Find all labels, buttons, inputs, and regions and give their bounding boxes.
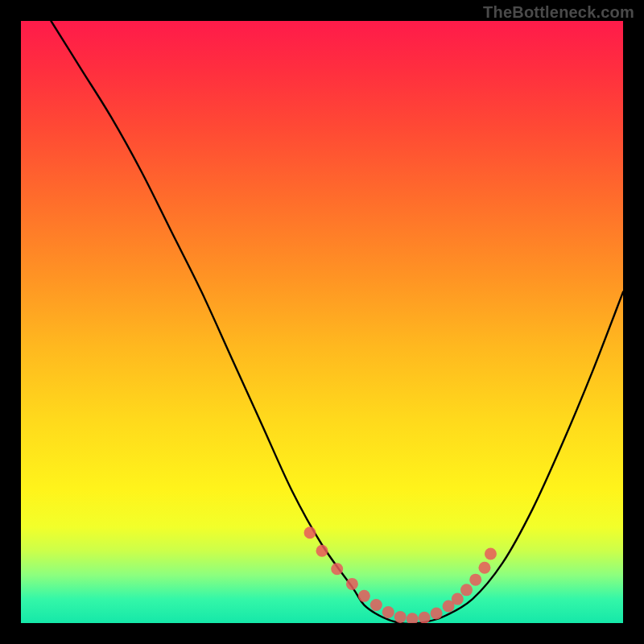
- highlight-dot: [485, 547, 497, 559]
- highlight-dot: [478, 562, 490, 574]
- highlight-dot: [382, 606, 394, 618]
- highlight-dot: [407, 613, 419, 623]
- chart-stage: TheBottleneck.com: [0, 0, 644, 644]
- highlight-dot: [358, 590, 370, 602]
- curve-layer: [21, 21, 623, 623]
- highlight-dot: [370, 599, 382, 611]
- watermark-text: TheBottleneck.com: [483, 3, 634, 22]
- highlight-dot: [419, 612, 431, 623]
- highlight-dot: [431, 608, 443, 620]
- highlight-dot: [469, 574, 481, 586]
- highlight-dots: [304, 526, 497, 623]
- highlight-dot: [331, 563, 343, 575]
- highlight-dot: [460, 584, 473, 596]
- highlight-dot: [316, 545, 328, 557]
- plot-area: [21, 21, 623, 623]
- highlight-dot: [346, 578, 358, 590]
- bottleneck-curve: [51, 21, 623, 623]
- highlight-dot: [394, 611, 407, 623]
- highlight-dot: [304, 526, 316, 539]
- highlight-dot: [452, 593, 464, 605]
